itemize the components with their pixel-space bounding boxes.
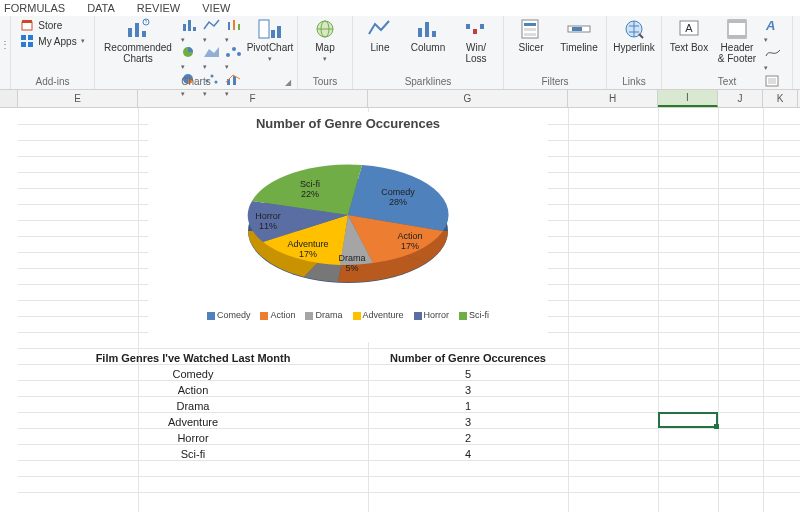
svg-rect-0: [22, 22, 32, 30]
recommended-charts-label: Recommended Charts: [101, 42, 175, 64]
group-text: A Text Box Header & Footer A▾ ▾ Text: [662, 16, 793, 89]
stock-chart-icon[interactable]: ▾: [225, 18, 243, 44]
svg-text:A: A: [685, 22, 693, 34]
bar-chart-icon[interactable]: ▾: [181, 45, 199, 71]
svg-text:Drama: Drama: [338, 253, 365, 263]
tab-formulas[interactable]: FORMULAS: [4, 2, 65, 14]
column-chart-icon[interactable]: ▾: [181, 18, 199, 44]
sparkline-line-button[interactable]: Line: [359, 18, 401, 53]
embedded-pie-chart[interactable]: Number of Genre Occurences: [148, 112, 548, 342]
column-header-G[interactable]: G: [368, 90, 568, 107]
tab-review[interactable]: REVIEW: [137, 2, 180, 14]
group-label-charts: Charts◢: [101, 76, 291, 89]
collapse-left-icon[interactable]: ⋮: [0, 39, 10, 50]
hyperlink-button[interactable]: Hyperlink: [613, 18, 655, 53]
svg-rect-5: [28, 42, 33, 47]
sparkline-line-icon: [367, 18, 393, 40]
table-row[interactable]: Adventure3: [18, 414, 800, 430]
data-table: Film Genres I've Watched Last Month Numb…: [18, 350, 800, 462]
svg-rect-39: [480, 24, 484, 29]
radar-chart-icon[interactable]: ▾: [225, 45, 243, 71]
tab-view[interactable]: VIEW: [202, 2, 230, 14]
column-header-F[interactable]: F: [138, 90, 368, 107]
sparkline-winloss-label: Win/ Loss: [455, 42, 497, 64]
hyperlink-icon: [621, 18, 647, 40]
svg-point-19: [226, 53, 230, 57]
svg-rect-45: [572, 27, 582, 31]
line-chart-icon[interactable]: ▾: [203, 18, 221, 44]
svg-text:22%: 22%: [301, 189, 319, 199]
svg-rect-34: [418, 28, 422, 37]
pivotchart-label: PivotChart: [247, 42, 294, 53]
table-header-count[interactable]: Number of Genre Occurences: [368, 352, 568, 364]
table-row[interactable]: Sci-fi4: [18, 446, 800, 462]
map-button[interactable]: Map ▾: [304, 18, 346, 63]
svg-rect-14: [228, 22, 230, 30]
svg-text:Comedy: Comedy: [381, 187, 415, 197]
textbox-button[interactable]: A Text Box: [668, 18, 710, 53]
column-header-H[interactable]: H: [568, 90, 658, 107]
chart-title: Number of Genre Occurences: [148, 112, 548, 131]
tab-data[interactable]: DATA: [87, 2, 115, 14]
headerfooter-label: Header & Footer: [716, 42, 758, 64]
headerfooter-button[interactable]: Header & Footer: [716, 18, 758, 64]
pivotchart-icon: [257, 18, 283, 40]
svg-text:A: A: [765, 18, 775, 32]
svg-text:Action: Action: [397, 231, 422, 241]
svg-rect-30: [277, 26, 281, 38]
column-header-K[interactable]: K: [763, 90, 798, 107]
chevron-down-icon: ▾: [81, 37, 85, 45]
store-icon: [20, 18, 34, 32]
group-symbols: π Equation ▾ Ω Symbol Symbols: [793, 16, 800, 89]
svg-rect-15: [233, 20, 235, 30]
pivotchart-button[interactable]: PivotChart ▾: [249, 18, 291, 63]
svg-rect-12: [188, 20, 191, 31]
table-row[interactable]: Drama1: [18, 398, 800, 414]
svg-rect-4: [21, 42, 26, 47]
area-chart-icon[interactable]: ▾: [203, 45, 221, 71]
timeline-icon: [566, 18, 592, 40]
worksheet-area[interactable]: Number of Genre Occurences: [0, 108, 800, 512]
recommended-charts-button[interactable]: ? Recommended Charts: [101, 18, 175, 64]
wordart-icon[interactable]: A▾: [764, 18, 786, 44]
store-label: Store: [38, 20, 62, 31]
svg-text:17%: 17%: [299, 249, 317, 259]
column-header-E[interactable]: E: [18, 90, 138, 107]
svg-rect-13: [193, 27, 196, 31]
table-row[interactable]: Action3: [18, 382, 800, 398]
svg-rect-42: [524, 28, 536, 31]
column-header-I[interactable]: I: [658, 90, 718, 107]
table-header-genre[interactable]: Film Genres I've Watched Last Month: [18, 352, 368, 364]
svg-text:28%: 28%: [389, 197, 407, 207]
sparkline-winloss-button[interactable]: Win/ Loss: [455, 18, 497, 64]
svg-rect-43: [524, 33, 536, 36]
slicer-button[interactable]: Slicer: [510, 18, 552, 53]
myapps-button[interactable]: My Apps ▾: [20, 34, 84, 48]
group-label-tours: Tours: [304, 76, 346, 89]
ribbon: ⋮ Store My Apps ▾ Add-ins ?: [0, 16, 800, 90]
svg-text:?: ?: [145, 19, 148, 25]
svg-rect-11: [183, 24, 186, 31]
table-row[interactable]: Horror2: [18, 430, 800, 446]
svg-rect-6: [128, 28, 132, 37]
svg-rect-41: [524, 23, 536, 26]
signature-icon[interactable]: ▾: [764, 46, 786, 72]
group-label-sparklines: Sparklines: [359, 76, 497, 89]
recommended-charts-icon: ?: [125, 18, 151, 40]
group-label-links: Links: [613, 76, 655, 89]
timeline-button[interactable]: Timeline: [558, 18, 600, 53]
store-button[interactable]: Store: [20, 18, 84, 32]
table-row[interactable]: Comedy5: [18, 366, 800, 382]
dialog-launcher-icon[interactable]: ◢: [285, 78, 291, 87]
column-header-J[interactable]: J: [718, 90, 763, 107]
svg-rect-36: [432, 31, 436, 37]
group-tours: Map ▾ Tours: [298, 16, 353, 89]
select-all-corner[interactable]: [0, 90, 18, 107]
sparkline-column-button[interactable]: Column: [407, 18, 449, 53]
chevron-down-icon: ▾: [268, 55, 272, 63]
svg-text:11%: 11%: [259, 221, 277, 231]
group-addins: Store My Apps ▾ Add-ins: [11, 16, 95, 89]
group-sparklines: Line Column Win/ Loss Sparklines: [353, 16, 504, 89]
svg-rect-51: [728, 35, 746, 38]
svg-text:Adventure: Adventure: [287, 239, 328, 249]
